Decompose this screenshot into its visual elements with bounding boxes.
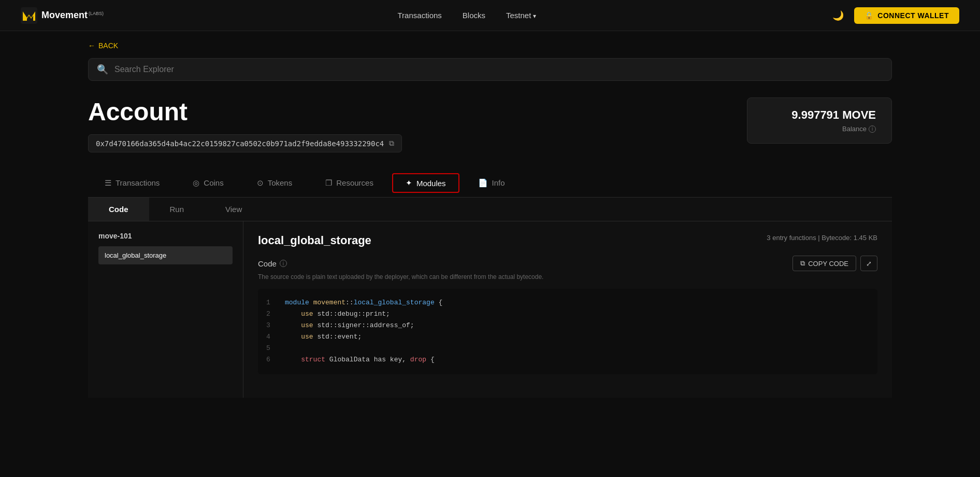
back-button[interactable]: ← BACK xyxy=(88,41,892,50)
account-info: Account 0x7d470166da365d4ab4ac22c0159827… xyxy=(88,97,747,152)
code-description: The source code is plain text uploaded b… xyxy=(258,273,877,280)
sub-tab-code[interactable]: Code xyxy=(88,198,149,221)
code-line: 5 xyxy=(266,343,869,354)
copy-address-button[interactable]: ⧉ xyxy=(389,139,394,148)
header: Movement(LABS) Transactions Blocks Testn… xyxy=(0,0,980,31)
address-box: 0x7d470166da365d4ab4ac22c0159827ca0502c0… xyxy=(88,134,402,152)
info-tab-icon: 📄 xyxy=(478,178,488,188)
code-label: Code xyxy=(258,259,277,268)
module-item[interactable]: local_global_storage xyxy=(98,246,233,264)
search-input[interactable] xyxy=(114,65,883,74)
tokens-tab-icon: ⊙ xyxy=(257,178,264,188)
code-panel: local_global_storage 3 entry functions |… xyxy=(243,221,892,398)
search-icon: 🔍 xyxy=(97,64,108,75)
coins-tab-icon: ◎ xyxy=(193,178,199,188)
sub-tab-view[interactable]: View xyxy=(205,198,263,221)
code-info-icon[interactable]: i xyxy=(280,260,287,267)
code-line: 3 use std::signer::address_of; xyxy=(266,320,869,331)
modules-tab-icon: ✦ xyxy=(406,178,412,188)
tab-info[interactable]: 📄 Info xyxy=(462,169,522,198)
tab-coins[interactable]: ◎ Coins xyxy=(176,169,240,198)
balance-card: 9.997791 MOVE Balance i xyxy=(747,97,892,144)
code-line: 1 module movement::local_global_storage … xyxy=(266,297,869,308)
logo-area: Movement(LABS) xyxy=(21,7,104,24)
sub-tab-run[interactable]: Run xyxy=(149,198,205,221)
balance-info-icon[interactable]: i xyxy=(869,125,876,133)
main-nav: Transactions Blocks Testnet xyxy=(398,11,537,20)
account-tabs: ☰ Transactions ◎ Coins ⊙ Tokens ❐ Resour… xyxy=(88,169,892,198)
code-actions: ⧉ COPY CODE ⤢ xyxy=(792,256,877,271)
logo-text: Movement(LABS) xyxy=(41,10,104,21)
logo-icon xyxy=(21,7,37,24)
balance-amount: 9.997791 MOVE xyxy=(763,108,876,122)
nav-blocks[interactable]: Blocks xyxy=(463,11,485,20)
theme-toggle-button[interactable]: 🌙 xyxy=(830,8,846,23)
network-chevron-icon xyxy=(533,11,536,20)
transactions-tab-icon: ☰ xyxy=(105,178,111,188)
module-group-title: move-101 xyxy=(98,232,233,240)
module-sidebar: move-101 local_global_storage xyxy=(88,221,243,398)
module-name: local_global_storage xyxy=(258,234,371,247)
code-line: 4 use std::event; xyxy=(266,331,869,343)
code-title-area: Code i xyxy=(258,259,287,268)
account-title: Account xyxy=(88,97,747,126)
code-line: 2 use std::debug::print; xyxy=(266,308,869,320)
connect-wallet-button[interactable]: 🔒 CONNECT WALLET xyxy=(854,7,959,24)
code-panel-header: local_global_storage 3 entry functions |… xyxy=(258,234,877,247)
resources-tab-icon: ❐ xyxy=(325,178,332,188)
account-address: 0x7d470166da365d4ab4ac22c0159827ca0502c0… xyxy=(96,139,384,148)
nav-network-dropdown[interactable]: Testnet xyxy=(506,11,536,20)
main-content: ← BACK 🔍 Account 0x7d470166da365d4ab4ac2… xyxy=(0,41,980,398)
tab-modules[interactable]: ✦ Modules xyxy=(392,173,459,193)
wallet-icon: 🔒 xyxy=(864,11,874,20)
module-sub-tabs: Code Run View xyxy=(88,198,892,221)
account-section: Account 0x7d470166da365d4ab4ac22c0159827… xyxy=(88,97,892,152)
copy-code-button[interactable]: ⧉ COPY CODE xyxy=(792,256,856,271)
tab-resources[interactable]: ❐ Resources xyxy=(309,169,390,198)
tab-tokens[interactable]: ⊙ Tokens xyxy=(240,169,309,198)
search-bar: 🔍 xyxy=(88,58,892,81)
tab-transactions[interactable]: ☰ Transactions xyxy=(88,169,176,198)
module-meta: 3 entry functions | Bytecode: 1.45 KB xyxy=(767,234,877,242)
code-header: Code i ⧉ COPY CODE ⤢ xyxy=(258,256,877,271)
nav-transactions[interactable]: Transactions xyxy=(398,11,442,20)
balance-label: Balance xyxy=(842,125,867,133)
expand-button[interactable]: ⤢ xyxy=(860,256,877,271)
header-right: 🌙 🔒 CONNECT WALLET xyxy=(830,7,959,24)
copy-icon: ⧉ xyxy=(800,259,805,268)
code-block: 1 module movement::local_global_storage … xyxy=(258,289,877,374)
code-line: 6 struct GlobalData has key, drop { xyxy=(266,354,869,366)
back-arrow-icon: ← xyxy=(88,41,95,50)
code-section: move-101 local_global_storage local_glob… xyxy=(88,221,892,398)
